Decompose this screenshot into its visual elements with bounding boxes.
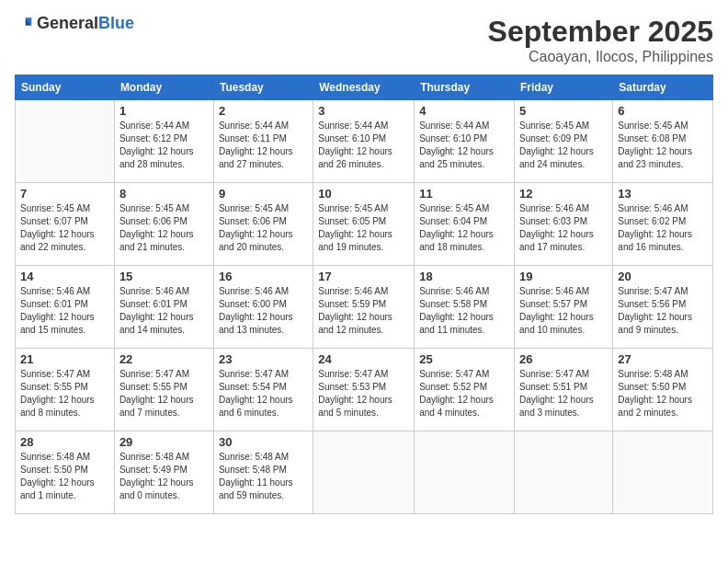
day-number: 20 (618, 270, 708, 283)
day-number: 23 (219, 352, 308, 366)
day-cell: 23Sunrise: 5:47 AM Sunset: 5:54 PM Dayli… (213, 349, 313, 431)
day-cell: 10Sunrise: 5:45 AM Sunset: 6:05 PM Dayli… (313, 183, 415, 266)
day-info: Sunrise: 5:46 AM Sunset: 6:00 PM Dayligh… (219, 285, 308, 337)
day-cell: 6Sunrise: 5:45 AM Sunset: 6:08 PM Daylig… (613, 100, 713, 183)
logo: GeneralBlue (15, 15, 134, 33)
day-number: 30 (219, 435, 308, 449)
day-info: Sunrise: 5:45 AM Sunset: 6:08 PM Dayligh… (618, 120, 708, 171)
week-row-4: 21Sunrise: 5:47 AM Sunset: 5:55 PM Dayli… (16, 349, 713, 431)
day-info: Sunrise: 5:47 AM Sunset: 5:54 PM Dayligh… (219, 368, 308, 419)
day-cell: 11Sunrise: 5:45 AM Sunset: 6:04 PM Dayli… (415, 183, 515, 266)
day-info: Sunrise: 5:48 AM Sunset: 5:50 PM Dayligh… (20, 451, 109, 502)
day-cell: 22Sunrise: 5:47 AM Sunset: 5:55 PM Dayli… (114, 349, 213, 431)
day-cell: 16Sunrise: 5:46 AM Sunset: 6:00 PM Dayli… (213, 266, 313, 349)
day-cell: 3Sunrise: 5:44 AM Sunset: 6:10 PM Daylig… (313, 100, 415, 183)
day-number: 8 (119, 187, 209, 201)
header-sunday: Sunday (16, 75, 115, 100)
day-number: 19 (519, 270, 608, 283)
day-cell (613, 431, 713, 514)
day-number: 10 (318, 187, 409, 201)
day-info: Sunrise: 5:45 AM Sunset: 6:06 PM Dayligh… (219, 202, 308, 254)
day-number: 25 (419, 352, 509, 366)
day-cell: 26Sunrise: 5:47 AM Sunset: 5:51 PM Dayli… (515, 349, 613, 431)
title-block: September 2025 Caoayan, Ilocos, Philippi… (488, 15, 713, 65)
day-cell: 27Sunrise: 5:48 AM Sunset: 5:50 PM Dayli… (613, 349, 713, 431)
day-number: 12 (519, 187, 608, 201)
day-cell: 7Sunrise: 5:45 AM Sunset: 6:07 PM Daylig… (16, 183, 115, 266)
day-number: 3 (318, 104, 409, 118)
logo-blue: Blue (98, 14, 134, 32)
day-number: 29 (119, 435, 209, 449)
day-info: Sunrise: 5:45 AM Sunset: 6:05 PM Dayligh… (318, 202, 409, 254)
header-thursday: Thursday (415, 75, 515, 100)
day-number: 14 (20, 270, 109, 283)
day-cell: 13Sunrise: 5:46 AM Sunset: 6:02 PM Dayli… (613, 183, 713, 266)
day-info: Sunrise: 5:47 AM Sunset: 5:55 PM Dayligh… (20, 368, 109, 419)
logo-general: General (37, 14, 98, 32)
day-number: 5 (519, 104, 608, 118)
day-cell: 24Sunrise: 5:47 AM Sunset: 5:53 PM Dayli… (313, 349, 415, 431)
day-cell: 4Sunrise: 5:44 AM Sunset: 6:10 PM Daylig… (415, 100, 515, 183)
day-cell: 28Sunrise: 5:48 AM Sunset: 5:50 PM Dayli… (16, 431, 115, 514)
day-number: 24 (318, 352, 409, 366)
day-info: Sunrise: 5:44 AM Sunset: 6:12 PM Dayligh… (119, 120, 209, 171)
day-cell (313, 431, 415, 514)
day-info: Sunrise: 5:44 AM Sunset: 6:10 PM Dayligh… (419, 120, 509, 171)
day-info: Sunrise: 5:44 AM Sunset: 6:10 PM Dayligh… (318, 120, 409, 171)
day-info: Sunrise: 5:47 AM Sunset: 5:56 PM Dayligh… (618, 285, 708, 337)
location-title: Caoayan, Ilocos, Philippines (488, 49, 713, 65)
day-number: 16 (219, 270, 308, 283)
day-cell: 9Sunrise: 5:45 AM Sunset: 6:06 PM Daylig… (213, 183, 313, 266)
header-saturday: Saturday (613, 75, 713, 100)
day-info: Sunrise: 5:47 AM Sunset: 5:51 PM Dayligh… (519, 368, 608, 419)
day-cell: 19Sunrise: 5:46 AM Sunset: 5:57 PM Dayli… (515, 266, 613, 349)
day-number: 15 (119, 270, 209, 283)
day-cell: 30Sunrise: 5:48 AM Sunset: 5:48 PM Dayli… (213, 431, 313, 514)
day-number: 27 (618, 352, 708, 366)
day-info: Sunrise: 5:44 AM Sunset: 6:11 PM Dayligh… (219, 120, 308, 171)
day-number: 17 (318, 270, 409, 283)
day-info: Sunrise: 5:48 AM Sunset: 5:48 PM Dayligh… (219, 451, 308, 502)
day-number: 18 (419, 270, 509, 283)
day-number: 6 (618, 104, 708, 118)
day-info: Sunrise: 5:46 AM Sunset: 6:01 PM Dayligh… (119, 285, 209, 337)
day-cell: 12Sunrise: 5:46 AM Sunset: 6:03 PM Dayli… (515, 183, 613, 266)
day-number: 11 (419, 187, 509, 201)
day-info: Sunrise: 5:46 AM Sunset: 6:01 PM Dayligh… (20, 285, 109, 337)
day-number: 7 (20, 187, 109, 201)
day-number: 4 (419, 104, 509, 118)
day-number: 26 (519, 352, 608, 366)
day-info: Sunrise: 5:48 AM Sunset: 5:50 PM Dayligh… (618, 368, 708, 419)
calendar-table: SundayMondayTuesdayWednesdayThursdayFrid… (15, 75, 713, 514)
day-cell: 20Sunrise: 5:47 AM Sunset: 5:56 PM Dayli… (613, 266, 713, 349)
week-row-2: 7Sunrise: 5:45 AM Sunset: 6:07 PM Daylig… (16, 183, 713, 266)
day-cell: 17Sunrise: 5:46 AM Sunset: 5:59 PM Dayli… (313, 266, 415, 349)
day-info: Sunrise: 5:47 AM Sunset: 5:53 PM Dayligh… (318, 368, 409, 419)
day-info: Sunrise: 5:47 AM Sunset: 5:52 PM Dayligh… (419, 368, 509, 419)
calendar-header-row: SundayMondayTuesdayWednesdayThursdayFrid… (16, 75, 713, 100)
header-friday: Friday (515, 75, 613, 100)
day-number: 22 (119, 352, 209, 366)
day-number: 9 (219, 187, 308, 201)
day-info: Sunrise: 5:45 AM Sunset: 6:07 PM Dayligh… (20, 202, 109, 254)
day-info: Sunrise: 5:46 AM Sunset: 6:03 PM Dayligh… (519, 202, 608, 254)
week-row-3: 14Sunrise: 5:46 AM Sunset: 6:01 PM Dayli… (16, 266, 713, 349)
header-tuesday: Tuesday (213, 75, 313, 100)
day-cell: 2Sunrise: 5:44 AM Sunset: 6:11 PM Daylig… (213, 100, 313, 183)
week-row-5: 28Sunrise: 5:48 AM Sunset: 5:50 PM Dayli… (16, 431, 713, 514)
day-info: Sunrise: 5:46 AM Sunset: 5:59 PM Dayligh… (318, 285, 409, 337)
day-info: Sunrise: 5:46 AM Sunset: 6:02 PM Dayligh… (618, 202, 708, 254)
day-number: 2 (219, 104, 308, 118)
day-number: 21 (20, 352, 109, 366)
day-cell: 15Sunrise: 5:46 AM Sunset: 6:01 PM Dayli… (114, 266, 213, 349)
day-cell (16, 100, 115, 183)
day-info: Sunrise: 5:46 AM Sunset: 5:58 PM Dayligh… (419, 285, 509, 337)
day-number: 1 (119, 104, 209, 118)
day-cell: 18Sunrise: 5:46 AM Sunset: 5:58 PM Dayli… (415, 266, 515, 349)
day-number: 13 (618, 187, 708, 201)
day-cell: 5Sunrise: 5:45 AM Sunset: 6:09 PM Daylig… (515, 100, 613, 183)
day-cell: 8Sunrise: 5:45 AM Sunset: 6:06 PM Daylig… (114, 183, 213, 266)
page-header: GeneralBlue September 2025 Caoayan, Iloc… (15, 15, 713, 65)
day-cell (515, 431, 613, 514)
header-wednesday: Wednesday (313, 75, 415, 100)
